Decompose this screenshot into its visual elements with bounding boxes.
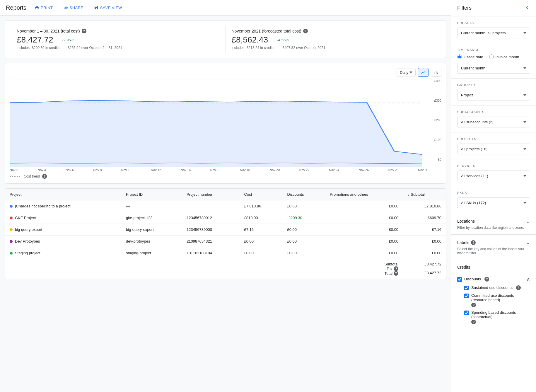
time-range-radio-group: Usage date Invoice month: [457, 54, 530, 59]
spending-based-label: Spending based discounts (contractual): [471, 310, 516, 319]
credits-header: Credits: [457, 265, 530, 273]
summary-amount-actual: £8,427.72: [17, 35, 53, 45]
chevron-up-discounts[interactable]: ∧: [526, 276, 530, 282]
committed-use-checkbox[interactable]: [464, 294, 469, 298]
trend-line-dashed: [10, 176, 21, 177]
projects-label: Projects: [457, 137, 530, 141]
current-month-select[interactable]: Current month: [457, 63, 530, 74]
help-icon-tax[interactable]: ?: [394, 266, 398, 271]
labels-sub-text: Select the key and values of the labels …: [457, 247, 530, 255]
subtotal-value: £8,427.72: [408, 262, 441, 266]
project-cell: Dev Protoypes: [5, 236, 121, 247]
project-dot: [10, 217, 13, 219]
help-icon-committed[interactable]: ?: [471, 303, 476, 307]
labels-label: Labels: [457, 240, 469, 245]
project-dot: [10, 228, 13, 231]
arrow-down-forecast: ↓: [274, 38, 276, 42]
skus-label: SKUs: [457, 191, 530, 195]
summary-sub2-forecast: -£407.82 over October 2021: [281, 46, 325, 50]
chevron-down-labels: ⌄: [526, 239, 530, 246]
table-row: Dev Protoypes dev-protoypes 210987654321…: [5, 236, 446, 247]
help-icon-trend[interactable]: ?: [42, 174, 47, 179]
table-row: big query export big-query-export 123456…: [5, 224, 446, 236]
help-icon-labels[interactable]: ?: [471, 240, 476, 245]
data-table: Project Project ID Project number Cost D…: [5, 189, 446, 279]
help-icon-total[interactable]: ?: [394, 271, 398, 276]
projects-select[interactable]: All projects (16): [457, 144, 530, 154]
subaccounts-select[interactable]: All subaccounts (2): [457, 117, 530, 127]
summary-card-forecast-title: November 2021 (forecasted total cost): [232, 29, 301, 33]
filter-collapse-button[interactable]: [524, 5, 530, 11]
help-icon-sustained[interactable]: ?: [516, 285, 521, 290]
summary-change-actual: ↓ -2.95%: [59, 38, 74, 42]
usage-date-option[interactable]: Usage date: [457, 54, 483, 59]
line-chart-icon: [421, 70, 426, 75]
daily-select[interactable]: Daily: [397, 69, 416, 76]
help-icon-actual[interactable]: ?: [82, 29, 86, 33]
help-icon-spending[interactable]: ?: [471, 320, 476, 324]
cost-trend: Cost trend ?: [10, 174, 441, 179]
committed-use-row: Committed use discounts (resource based)…: [464, 293, 530, 307]
col-discounts: Discounts: [282, 189, 325, 200]
services-label: Services: [457, 164, 530, 168]
spending-based-checkbox[interactable]: [464, 311, 469, 315]
bar-chart-icon: [433, 70, 439, 75]
save-view-button[interactable]: SAVE VIEW: [92, 4, 124, 12]
credits-title: Credits: [457, 265, 470, 270]
project-cell: [Charges not specific to a project]: [5, 200, 121, 212]
col-cost: Cost: [240, 189, 283, 200]
summary-sub2-actual: -£255.94 over October 2 – 31, 2021: [66, 46, 122, 50]
skus-select[interactable]: All SKUs (172): [457, 197, 530, 208]
tax-label: Tax: [387, 267, 392, 271]
help-icon-discounts[interactable]: ?: [484, 277, 489, 282]
presets-section: Presets Current month, all projects: [451, 16, 536, 43]
print-button[interactable]: PRINT: [32, 4, 55, 12]
subaccounts-section: Subaccounts All subaccounts (2): [451, 105, 536, 132]
services-section: Services All services (11): [451, 159, 536, 186]
usage-date-radio[interactable]: [457, 54, 462, 59]
col-subtotal: ↓ Subtotal: [403, 189, 446, 200]
total-label: Total: [385, 271, 392, 276]
share-button[interactable]: SHARE: [61, 4, 86, 12]
project-cell: big query export: [5, 224, 121, 236]
group-by-label: Group by: [457, 83, 530, 87]
help-icon-forecast[interactable]: ?: [303, 29, 308, 33]
invoice-month-radio[interactable]: [489, 54, 494, 59]
project-cell: Staging project: [5, 247, 121, 259]
total-value: £8,427.72: [408, 271, 441, 275]
project-dot: [10, 240, 13, 243]
presets-select[interactable]: Current month, all projects: [457, 28, 530, 38]
summary-sub1-actual: includes -£209.30 in credits: [17, 46, 59, 50]
time-range-label: Time range: [457, 48, 530, 52]
sustained-use-checkbox[interactable]: [464, 286, 469, 290]
daily-label: Daily: [400, 70, 408, 75]
locations-collapsible[interactable]: Locations ⌄: [457, 218, 530, 224]
group-by-select[interactable]: Project: [457, 90, 530, 100]
labels-collapsible[interactable]: Labels ? ⌄: [457, 239, 530, 246]
services-select[interactable]: All services (11): [457, 171, 530, 181]
summary-card-actual-title: November 1 – 30, 2021 (total cost): [17, 29, 80, 33]
sustained-use-label: Sustained use discounts: [471, 285, 513, 290]
line-chart-button[interactable]: [418, 68, 429, 77]
summary-card-forecast: November 2021 (forecasted total cost) ? …: [226, 25, 441, 53]
page-title: Reports: [6, 4, 26, 11]
discounts-checkbox-row: Discounts ?: [457, 277, 489, 282]
bar-chart-button[interactable]: [431, 68, 441, 77]
tax-value: —: [408, 266, 441, 271]
discounts-checkbox[interactable]: [457, 277, 462, 282]
col-promotions: Promotions and others: [325, 189, 403, 200]
summary-card-actual: November 1 – 30, 2021 (total cost) ? £8,…: [11, 25, 226, 53]
chart-section: Daily £400 £300 £200 £100 £0: [5, 63, 446, 184]
summary-change-forecast: ↓ -4.55%: [274, 38, 289, 42]
projects-section: Projects All projects (16): [451, 132, 536, 159]
table-row: [Charges not specific to a project] — £7…: [5, 200, 446, 212]
filter-panel: Filters Presets Current month, all proje…: [451, 0, 536, 392]
credits-section: Credits Discounts ? ∧ Sustained use disc…: [451, 260, 536, 332]
invoice-month-option[interactable]: Invoice month: [489, 54, 519, 59]
print-icon: [35, 5, 39, 10]
committed-use-label: Committed use discounts (resource based): [471, 293, 514, 302]
page-header: Reports PRINT SHARE SAVE VIEW: [0, 0, 451, 16]
project-dot: [10, 252, 13, 255]
presets-label: Presets: [457, 21, 530, 25]
col-project-number: Project number: [182, 189, 239, 200]
